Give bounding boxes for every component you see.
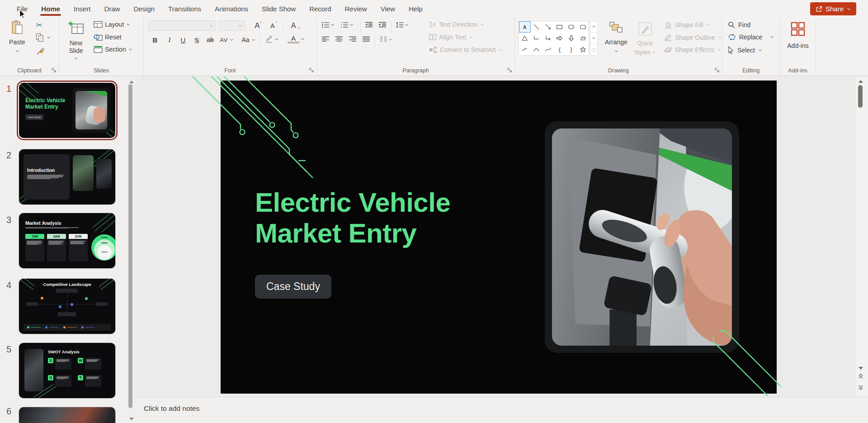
slide-photo-card[interactable] <box>545 121 739 353</box>
menu-view[interactable]: View <box>374 0 402 17</box>
menu-review[interactable]: Review <box>338 0 374 17</box>
slide-editing-surface[interactable]: Electric Vehicle Market Entry Case Study <box>221 81 777 394</box>
gallery-scroll-down-button[interactable] <box>590 32 597 43</box>
reset-button[interactable]: Reset <box>94 33 122 41</box>
columns-button[interactable] <box>379 36 392 43</box>
gallery-more-button[interactable]: —⌄ <box>590 44 597 55</box>
change-case-button[interactable]: Aa <box>241 34 255 45</box>
font-color-button[interactable]: A <box>288 34 305 43</box>
cut-button[interactable]: ✂ <box>36 21 42 29</box>
menu-help[interactable]: Help <box>402 0 429 17</box>
previous-slide-button[interactable] <box>858 373 863 381</box>
underline-button[interactable]: U <box>177 34 189 45</box>
gallery-scroll-up-button[interactable] <box>590 21 597 32</box>
justify-button[interactable] <box>362 36 370 43</box>
text-direction-button[interactable]: Text Direction <box>429 21 484 28</box>
menu-home[interactable]: Home <box>34 0 67 17</box>
paste-button[interactable]: Paste <box>5 20 29 52</box>
thumb4-legend <box>24 324 111 331</box>
text-shadow-button[interactable]: S <box>191 34 203 45</box>
thumbnail-slide-1[interactable]: Electric VehicleMarket Entry Case Study <box>19 83 115 138</box>
main-scroll-up-button[interactable] <box>858 77 863 85</box>
bullets-button[interactable] <box>321 22 335 28</box>
addins-button[interactable]: Add-ins <box>785 22 811 49</box>
text-highlight-button[interactable] <box>265 35 278 43</box>
section-button[interactable]: Section <box>94 46 132 53</box>
menu-draw[interactable]: Draw <box>97 0 127 17</box>
font-size-combo[interactable] <box>219 20 245 31</box>
main-scrollbar-thumb[interactable] <box>858 85 863 108</box>
drawing-dialog-launcher[interactable] <box>714 67 720 73</box>
shape-elbow-arrow-connector[interactable] <box>542 33 554 44</box>
slide-title-text[interactable]: Electric Vehicle Market Entry <box>255 187 450 249</box>
shape-rectangle[interactable] <box>554 21 566 33</box>
notes-pane[interactable]: Click to add notes <box>136 397 868 423</box>
shape-arc[interactable] <box>531 44 542 55</box>
thumbnail-slide-2[interactable]: Introduction <box>19 149 115 204</box>
replace-button[interactable]: Replace <box>728 33 774 41</box>
align-text-button[interactable]: Align Text <box>429 33 473 41</box>
font-name-combo[interactable] <box>148 20 216 31</box>
menu-slide-show[interactable]: Slide Show <box>255 0 302 17</box>
align-left-button[interactable] <box>321 36 330 43</box>
shape-rounded-rectangle[interactable] <box>577 21 589 33</box>
shape-outline-button[interactable]: Shape Outline <box>664 33 722 41</box>
menu-animations[interactable]: Animations <box>208 0 255 17</box>
arrange-button[interactable]: Arrange <box>604 22 629 52</box>
menu-design[interactable]: Design <box>127 0 161 17</box>
menu-transitions[interactable]: Transitions <box>161 0 208 17</box>
character-spacing-button[interactable]: AV <box>219 34 234 45</box>
copy-button[interactable] <box>35 33 51 43</box>
thumb-scroll-down-button[interactable] <box>129 414 134 423</box>
font-dialog-launcher[interactable] <box>308 67 315 73</box>
format-painter-button[interactable] <box>36 46 45 55</box>
shrink-font-button[interactable]: Aˇ <box>267 20 277 31</box>
main-scroll-down-button[interactable] <box>858 364 863 372</box>
decrease-indent-button[interactable] <box>365 22 373 28</box>
shape-triangle[interactable] <box>519 33 531 44</box>
line-spacing-button[interactable] <box>396 22 409 28</box>
slide-case-study-badge[interactable]: Case Study <box>255 275 331 299</box>
shape-left-brace[interactable]: { <box>554 44 566 55</box>
shape-line[interactable] <box>531 21 542 33</box>
thumbnail-slide-3[interactable]: Market Analysis TAM SAM SOM <box>19 213 115 268</box>
shape-scribble[interactable] <box>519 44 531 55</box>
align-right-button[interactable] <box>349 36 357 43</box>
shape-textbox[interactable]: A <box>519 21 531 33</box>
share-button[interactable]: Share <box>810 2 856 15</box>
find-button[interactable]: Find <box>728 21 750 29</box>
select-button[interactable]: Select <box>728 46 762 54</box>
grow-font-button[interactable]: Aˆ <box>251 20 261 31</box>
menu-record[interactable]: Record <box>302 0 338 17</box>
clipboard-dialog-launcher[interactable] <box>51 67 57 73</box>
shape-oval[interactable] <box>566 21 577 33</box>
shape-right-brace[interactable]: } <box>566 44 577 55</box>
shape-block-arrow-right[interactable] <box>554 33 566 44</box>
shape-star[interactable] <box>577 44 589 55</box>
bold-button[interactable]: B <box>149 34 161 45</box>
shape-elbow-connector[interactable] <box>531 33 542 44</box>
shape-freeform[interactable] <box>577 33 589 44</box>
thumbnail-slide-5[interactable]: SWOT Analysis S W O T <box>19 343 115 398</box>
numbering-button[interactable] <box>340 22 354 28</box>
thumb-scrollbar-thumb[interactable] <box>128 84 132 408</box>
italic-button[interactable]: I <box>164 34 175 45</box>
strikethrough-button[interactable]: ab <box>204 34 216 45</box>
next-slide-button[interactable] <box>858 385 863 393</box>
increase-indent-button[interactable] <box>378 22 387 28</box>
align-center-button[interactable] <box>335 36 343 43</box>
thumbnail-slide-6[interactable] <box>19 407 115 423</box>
paragraph-dialog-launcher[interactable] <box>506 67 513 73</box>
convert-smartart-button[interactable]: Convert to SmartArt <box>429 46 503 53</box>
clear-formatting-button[interactable]: A◇ <box>288 20 301 31</box>
menu-insert[interactable]: Insert <box>67 0 98 17</box>
quick-styles-button[interactable]: Quick Styles <box>632 22 659 56</box>
shape-curve[interactable] <box>542 44 554 55</box>
thumbnail-slide-4[interactable]: Competitive Landscape <box>19 279 115 334</box>
layout-button[interactable]: Layout <box>94 21 130 28</box>
new-slide-button[interactable]: New Slide <box>63 21 89 60</box>
shape-arrow-line[interactable] <box>542 21 554 33</box>
shape-block-arrow-down[interactable] <box>566 33 577 44</box>
shape-effects-button[interactable]: Shape Effects <box>664 46 721 53</box>
shape-fill-button[interactable]: Shape Fill <box>664 21 710 29</box>
